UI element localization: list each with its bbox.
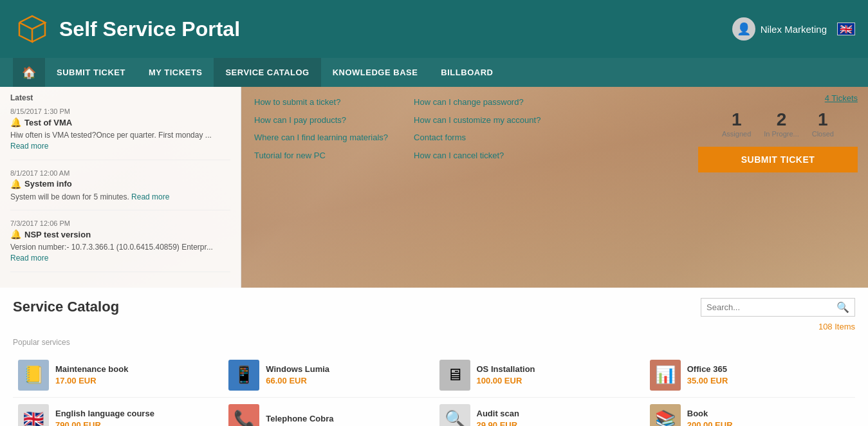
service-name: Telephone Cobra [266, 414, 333, 423]
kb-col-1: How to submit a ticket? How can I pay pr… [254, 96, 388, 167]
service-grid: 📒 Maintenance book 17.00 EUR 📱 Windows L… [0, 353, 868, 426]
service-item[interactable]: 🇬🇧 English language course 790.00 EUR [13, 398, 223, 426]
service-price: 200.00 EUR [687, 420, 733, 426]
sidebar-label: Latest [10, 93, 230, 102]
kb-link[interactable]: Tutorial for new PC [254, 149, 388, 162]
nav-service-catalog[interactable]: SERVICE CATALOG [214, 58, 320, 87]
kb-link[interactable]: Contact forms [414, 131, 540, 144]
nav-submit-ticket[interactable]: SUBMIT TICKET [45, 58, 137, 87]
service-item[interactable]: 🔍 Audit scan 29.90 EUR [434, 398, 645, 426]
assigned-stat: 1 Assigned [722, 109, 751, 138]
read-more-link[interactable]: Read more [131, 192, 169, 201]
service-item[interactable]: 📞 Telephone Cobra [223, 398, 434, 426]
service-item[interactable]: 🖥 OS Installation 100.00 EUR [434, 353, 645, 398]
news-item: 8/15/2017 1:30 PM 🔔 Test of VMA Hiw ofte… [10, 107, 230, 160]
read-more-link[interactable]: Read more [10, 142, 48, 151]
news-item: 7/3/2017 12:06 PM 🔔 NSP test version Ver… [10, 219, 230, 272]
kb-link[interactable]: How can I pay products? [254, 114, 388, 127]
service-image: 📞 [228, 404, 259, 426]
service-name: Book [687, 409, 733, 418]
news-icon: 🔔 [10, 229, 21, 239]
service-image: 🔍 [439, 404, 470, 426]
nav-billboard[interactable]: BILLBOARD [429, 58, 504, 87]
service-item[interactable]: 📊 Office 365 35.00 EUR [645, 353, 855, 398]
service-item[interactable]: 📒 Maintenance book 17.00 EUR [13, 353, 223, 398]
service-price: 100.00 EUR [477, 376, 535, 385]
service-image: 🖥 [439, 360, 470, 391]
assigned-count: 1 [722, 109, 751, 130]
avatar: 👤 [732, 17, 755, 41]
news-item: 8/1/2017 12:00 AM 🔔 System info System w… [10, 169, 230, 211]
service-info: Maintenance book 17.00 EUR [55, 364, 128, 385]
service-info: Telephone Cobra [266, 414, 333, 425]
nav-knowledge-base[interactable]: KNOWLEDGE BASE [321, 58, 430, 87]
logo-area: Self Service Portal [13, 10, 240, 48]
service-name: Office 365 [687, 364, 728, 374]
service-name: Windows Lumia [266, 364, 329, 374]
kb-link[interactable]: How can I change password? [414, 96, 540, 109]
service-image: 🇬🇧 [18, 404, 49, 426]
kb-link[interactable]: Where can I find learning materials? [254, 131, 388, 144]
inprogress-count: 2 [764, 109, 799, 130]
service-info: Book 200.00 EUR [687, 409, 733, 426]
news-sidebar: Latest 8/15/2017 1:30 PM 🔔 Test of VMA H… [0, 87, 241, 288]
kb-link[interactable]: How can I customize my account? [414, 114, 540, 127]
news-excerpt: System will be down for 5 minutes. Read … [10, 192, 230, 203]
inprogress-label: In Progre... [764, 130, 799, 138]
service-info: OS Installation 100.00 EUR [477, 364, 535, 385]
content-wrapper: Latest 8/15/2017 1:30 PM 🔔 Test of VMA H… [0, 87, 868, 288]
header-right: 👤 Nilex Marketing 🇬🇧 [732, 17, 855, 41]
catalog-search-box[interactable]: 🔍 [701, 298, 855, 317]
search-icon: 🔍 [836, 301, 849, 313]
service-price: 35.00 EUR [687, 376, 728, 385]
closed-label: Closed [812, 130, 834, 138]
service-info: Windows Lumia 66.00 EUR [266, 364, 329, 385]
main-nav: 🏠 SUBMIT TICKET MY TICKETS SERVICE CATAL… [0, 58, 868, 87]
service-price: 29.90 EUR [477, 420, 519, 426]
service-name: Audit scan [477, 409, 519, 418]
kb-link[interactable]: How to submit a ticket? [254, 96, 388, 109]
kb-columns: How to submit a ticket? How can I pay pr… [254, 96, 675, 167]
service-name: OS Installation [477, 364, 535, 374]
service-info: Audit scan 29.90 EUR [477, 409, 519, 426]
kb-link[interactable]: How can I cancel ticket? [414, 149, 540, 162]
news-excerpt: Hiw often is VMA tested?Once per quarter… [10, 130, 230, 152]
nav-my-tickets[interactable]: MY TICKETS [137, 58, 214, 87]
news-title: 🔔 NSP test version [10, 229, 230, 239]
service-catalog-section: Service Catalog 🔍 108 Items Popular serv… [0, 288, 868, 426]
service-price: 790.00 EUR [55, 420, 154, 426]
closed-stat: 1 Closed [812, 109, 834, 138]
logo-icon [13, 10, 51, 48]
tickets-count-link[interactable]: 4 Tickets [698, 93, 858, 103]
service-item[interactable]: 📚 Book 200.00 EUR [645, 398, 855, 426]
nav-home-button[interactable]: 🏠 [13, 58, 45, 87]
catalog-header: Service Catalog 🔍 [0, 288, 868, 322]
news-excerpt: Version number:- 10.7.3.366.1 (10.0.6415… [10, 242, 230, 264]
kb-col-2: How can I change password? How can I cus… [414, 96, 540, 167]
news-title: 🔔 Test of VMA [10, 117, 230, 127]
news-icon: 🔔 [10, 179, 21, 189]
popular-label: Popular services [0, 335, 868, 353]
read-more-link[interactable]: Read more [10, 254, 48, 263]
ticket-summary-panel: 4 Tickets 1 Assigned 2 In Progre... 1 Cl… [688, 87, 868, 179]
service-item[interactable]: 📱 Windows Lumia 66.00 EUR [223, 353, 434, 398]
service-price: 17.00 EUR [55, 376, 128, 385]
top-header: Self Service Portal 👤 Nilex Marketing 🇬🇧 [0, 0, 868, 58]
news-title-text[interactable]: Test of VMA [24, 118, 72, 127]
service-image: 📱 [228, 360, 259, 391]
service-info: Office 365 35.00 EUR [687, 364, 728, 385]
site-title: Self Service Portal [59, 17, 240, 41]
inprogress-stat: 2 In Progre... [764, 109, 799, 138]
news-icon: 🔔 [10, 117, 21, 127]
service-info: English language course 790.00 EUR [55, 409, 154, 426]
language-flag[interactable]: 🇬🇧 [837, 23, 855, 35]
news-title-text[interactable]: System info [24, 179, 72, 189]
news-title-text[interactable]: NSP test version [24, 230, 91, 239]
service-image: 📊 [650, 360, 681, 391]
items-count: 108 Items [0, 322, 868, 335]
news-title: 🔔 System info [10, 179, 230, 189]
submit-ticket-button[interactable]: SUBMIT TICKET [698, 147, 858, 172]
user-info[interactable]: 👤 Nilex Marketing [732, 17, 827, 41]
search-input[interactable] [706, 302, 833, 312]
news-date: 7/3/2017 12:06 PM [10, 219, 230, 227]
